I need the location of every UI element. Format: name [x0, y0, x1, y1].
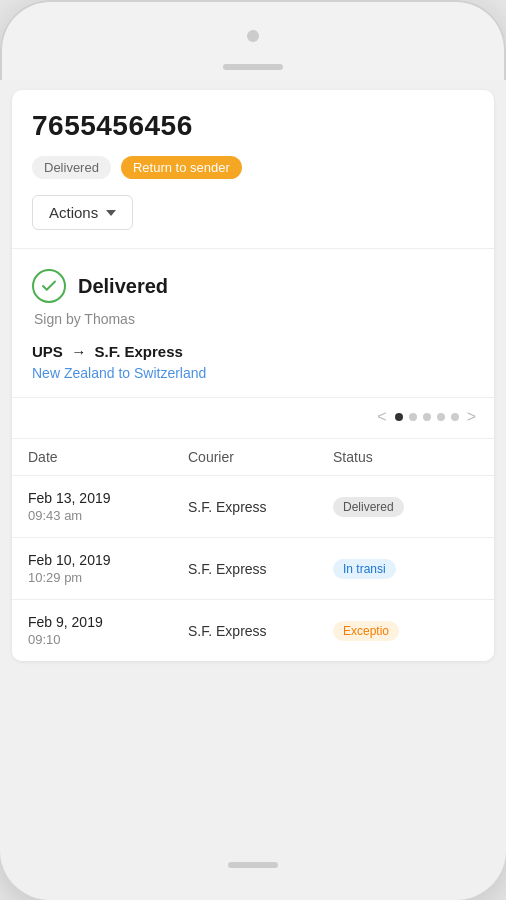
date-2: Feb 10, 2019	[28, 552, 188, 568]
badge-delivered: Delivered	[32, 156, 111, 179]
pagination-dot-4[interactable]	[437, 413, 445, 421]
route-from: UPS	[32, 343, 63, 360]
pagination-dot-1[interactable]	[395, 413, 403, 421]
route-arrow-icon: →	[71, 343, 90, 360]
actions-button[interactable]: Actions	[32, 195, 133, 230]
pagination-row: < >	[12, 398, 494, 439]
pagination-dot-5[interactable]	[451, 413, 459, 421]
status-badge-2: In transi	[333, 559, 396, 579]
phone-content: 7655456456 Delivered Return to sender Ac…	[0, 80, 506, 830]
delivery-header: Delivered	[32, 269, 474, 303]
check-circle-icon	[32, 269, 66, 303]
table-row: Feb 9, 2019 09:10 S.F. Express Exceptio	[12, 600, 494, 661]
shipment-table: Date Courier Status Feb 13, 2019 09:43 a…	[12, 439, 494, 661]
header-date: Date	[28, 449, 188, 465]
phone-frame: 7655456456 Delivered Return to sender Ac…	[0, 0, 506, 900]
route-row: UPS → S.F. Express	[32, 343, 474, 361]
courier-1: S.F. Express	[188, 499, 333, 515]
time-3: 09:10	[28, 632, 188, 647]
date-1: Feb 13, 2019	[28, 490, 188, 506]
chevron-down-icon	[106, 210, 116, 216]
top-section: 7655456456 Delivered Return to sender Ac…	[12, 90, 494, 249]
phone-bottom-bar	[0, 830, 506, 900]
time-2: 10:29 pm	[28, 570, 188, 585]
badge-return-to-sender: Return to sender	[121, 156, 242, 179]
date-cell-1: Feb 13, 2019 09:43 am	[28, 490, 188, 523]
header-courier: Courier	[188, 449, 333, 465]
header-status: Status	[333, 449, 478, 465]
badges-row: Delivered Return to sender	[32, 156, 474, 179]
tracking-number: 7655456456	[32, 110, 474, 142]
table-row: Feb 13, 2019 09:43 am S.F. Express Deliv…	[12, 476, 494, 538]
status-cell-2: In transi	[333, 559, 478, 579]
courier-3: S.F. Express	[188, 623, 333, 639]
sign-by-text: Sign by Thomas	[32, 311, 474, 327]
pagination-dot-2[interactable]	[409, 413, 417, 421]
date-cell-3: Feb 9, 2019 09:10	[28, 614, 188, 647]
table-header-row: Date Courier Status	[12, 439, 494, 476]
status-cell-1: Delivered	[333, 497, 478, 517]
table-row: Feb 10, 2019 10:29 pm S.F. Express In tr…	[12, 538, 494, 600]
courier-2: S.F. Express	[188, 561, 333, 577]
status-badge-3: Exceptio	[333, 621, 399, 641]
time-1: 09:43 am	[28, 508, 188, 523]
route-location: New Zealand to Switzerland	[32, 365, 474, 381]
route-to: S.F. Express	[94, 343, 182, 360]
actions-label: Actions	[49, 204, 98, 221]
delivery-section: Delivered Sign by Thomas UPS → S.F. Expr…	[12, 249, 494, 398]
home-indicator	[228, 862, 278, 868]
next-page-button[interactable]: >	[465, 408, 478, 426]
status-badge-1: Delivered	[333, 497, 404, 517]
date-cell-2: Feb 10, 2019 10:29 pm	[28, 552, 188, 585]
status-cell-3: Exceptio	[333, 621, 478, 641]
prev-page-button[interactable]: <	[375, 408, 388, 426]
camera-dot	[247, 30, 259, 42]
main-card: 7655456456 Delivered Return to sender Ac…	[12, 90, 494, 661]
delivery-status-title: Delivered	[78, 275, 168, 298]
speaker	[223, 64, 283, 70]
date-3: Feb 9, 2019	[28, 614, 188, 630]
pagination-dot-3[interactable]	[423, 413, 431, 421]
